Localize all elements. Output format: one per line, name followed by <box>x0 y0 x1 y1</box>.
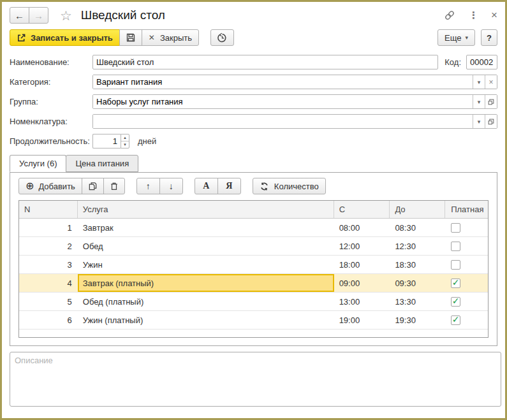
time-to-cell[interactable]: 19:30 <box>390 311 445 329</box>
move-down-button[interactable]: ↓ <box>159 178 183 194</box>
table-empty-area <box>19 329 488 337</box>
field-row-nomenclature: Номенклатура: ▾ <box>10 114 497 129</box>
paid-cell: ✓ <box>445 237 488 255</box>
paid-checkbox[interactable]: ✓ <box>451 242 460 251</box>
help-button[interactable]: ? <box>481 29 497 46</box>
spinner-down-icon[interactable]: ▼ <box>121 141 129 148</box>
table-row[interactable]: 3 Ужин 18:00 18:30 ✓ <box>19 256 488 274</box>
field-row-duration: Продолжительность: ▲ ▼ дней <box>10 134 497 148</box>
table-row[interactable]: 5 Обед (платный) 13:00 13:30 ✓ <box>19 293 488 311</box>
spinner-up-icon[interactable]: ▲ <box>121 134 129 141</box>
add-label: Добавить <box>38 182 75 191</box>
form-fields: Наименование: Код: Категория: ▾ × Группа… <box>10 55 497 148</box>
nomenclature-input[interactable] <box>93 115 473 128</box>
service-cell[interactable]: Ужин <box>78 256 334 273</box>
code-label: Код: <box>445 57 461 67</box>
category-dropdown-icon[interactable]: ▾ <box>473 75 485 89</box>
back-button[interactable]: ← <box>10 7 29 24</box>
time-from-cell[interactable]: 19:00 <box>334 311 390 329</box>
delete-row-button[interactable] <box>103 178 125 194</box>
quantity-button[interactable]: Количество <box>253 178 326 194</box>
row-number: 6 <box>19 311 78 329</box>
time-from-cell[interactable]: 09:00 <box>334 274 390 292</box>
paid-cell: ✓ <box>445 311 488 329</box>
menu-kebab-icon[interactable]: ⋮ <box>469 10 478 21</box>
sort-desc-button[interactable]: Я <box>217 178 241 194</box>
group-open-icon[interactable] <box>485 95 497 108</box>
save-close-label: Записать и закрыть <box>31 33 113 43</box>
save-close-icon <box>17 33 26 43</box>
time-from-cell[interactable]: 13:00 <box>334 293 390 310</box>
paid-checkbox[interactable]: ✓ <box>451 260 460 270</box>
time-from-cell[interactable]: 08:00 <box>334 219 390 236</box>
service-cell[interactable]: Завтрак (платный) <box>78 274 334 292</box>
description-textarea[interactable] <box>10 352 501 407</box>
header-n: N <box>19 201 78 218</box>
service-cell[interactable]: Обед <box>78 237 334 255</box>
time-from-cell[interactable]: 12:00 <box>334 237 390 255</box>
category-input[interactable] <box>93 75 473 89</box>
name-input[interactable] <box>92 55 438 69</box>
move-up-button[interactable]: ↑ <box>136 178 160 194</box>
table-row[interactable]: 1 Завтрак 08:00 08:30 ✓ <box>19 219 488 237</box>
group-dropdown-icon[interactable]: ▾ <box>473 95 485 108</box>
nomenclature-dropdown-icon[interactable]: ▾ <box>473 115 485 128</box>
time-to-cell[interactable]: 12:30 <box>390 237 445 255</box>
header-to: До <box>390 201 445 218</box>
services-table: N Услуга С До Платная 1 Завтрак 08:00 08… <box>18 200 489 338</box>
tab-bar: Услуги (6) Цена питания <box>10 155 497 172</box>
save-and-close-button[interactable]: Записать и закрыть <box>10 29 120 46</box>
time-to-cell[interactable]: 18:30 <box>390 256 445 273</box>
form-window: ← → ☆ Шведский стол ⋮ × <box>2 2 505 407</box>
link-icon[interactable] <box>443 9 456 22</box>
quantity-label: Количество <box>274 182 319 191</box>
tab-meal-price[interactable]: Цена питания <box>66 155 138 172</box>
service-cell[interactable]: Ужин (платный) <box>78 311 334 329</box>
paid-cell: ✓ <box>445 219 488 236</box>
window-close-icon[interactable]: × <box>491 9 497 22</box>
paid-checkbox[interactable]: ✓ <box>451 223 460 233</box>
service-cell[interactable]: Завтрак <box>78 219 334 236</box>
save-button[interactable] <box>119 29 142 46</box>
row-number: 3 <box>19 256 78 273</box>
command-toolbar: Записать и закрыть ✕ Закрыть <box>10 29 497 46</box>
category-clear-icon[interactable]: × <box>485 75 497 89</box>
check-icon: ✓ <box>452 315 460 324</box>
time-from-cell[interactable]: 18:00 <box>334 256 390 273</box>
duration-input[interactable] <box>92 134 121 148</box>
duration-spinner: ▲ ▼ <box>121 134 129 148</box>
add-row-button[interactable]: ⊕ Добавить <box>18 178 82 194</box>
group-input[interactable] <box>93 95 473 108</box>
tab-services[interactable]: Услуги (6) <box>10 155 66 172</box>
nomenclature-label: Номенклатура: <box>10 117 92 126</box>
field-row-category: Категория: ▾ × <box>10 75 497 89</box>
table-toolbar: ⊕ Добавить <box>18 178 489 194</box>
time-to-cell[interactable]: 09:30 <box>390 274 445 292</box>
history-clock-icon <box>217 33 228 43</box>
copy-icon <box>88 182 98 191</box>
table-row[interactable]: 6 Ужин (платный) 19:00 19:30 ✓ <box>19 311 488 329</box>
service-cell[interactable]: Обед (платный) <box>78 293 334 310</box>
nomenclature-open-icon[interactable] <box>485 115 497 128</box>
close-button[interactable]: ✕ Закрыть <box>142 29 199 46</box>
time-to-cell[interactable]: 13:30 <box>390 293 445 310</box>
name-label: Наименование: <box>10 57 92 67</box>
more-button[interactable]: Еще ▾ <box>437 29 475 46</box>
row-number: 4 <box>19 274 78 292</box>
services-panel: ⊕ Добавить <box>10 172 497 346</box>
forward-button[interactable]: → <box>29 7 48 24</box>
table-row[interactable]: 2 Обед 12:00 12:30 ✓ <box>19 237 488 256</box>
paid-checkbox[interactable]: ✓ <box>451 297 460 307</box>
copy-row-button[interactable] <box>82 178 104 194</box>
sort-asc-button[interactable]: А <box>195 178 218 194</box>
duration-label: Продолжительность: <box>10 136 92 146</box>
paid-checkbox[interactable]: ✓ <box>451 279 460 288</box>
more-label: Еще <box>445 33 461 43</box>
history-button[interactable] <box>210 29 234 46</box>
close-label: Закрыть <box>160 33 192 43</box>
time-to-cell[interactable]: 08:30 <box>390 219 445 236</box>
favorite-star-icon[interactable]: ☆ <box>60 9 72 22</box>
table-row[interactable]: 4 Завтрак (платный) 09:00 09:30 ✓ <box>19 274 488 293</box>
code-input[interactable] <box>466 55 497 69</box>
paid-checkbox[interactable]: ✓ <box>451 315 460 325</box>
